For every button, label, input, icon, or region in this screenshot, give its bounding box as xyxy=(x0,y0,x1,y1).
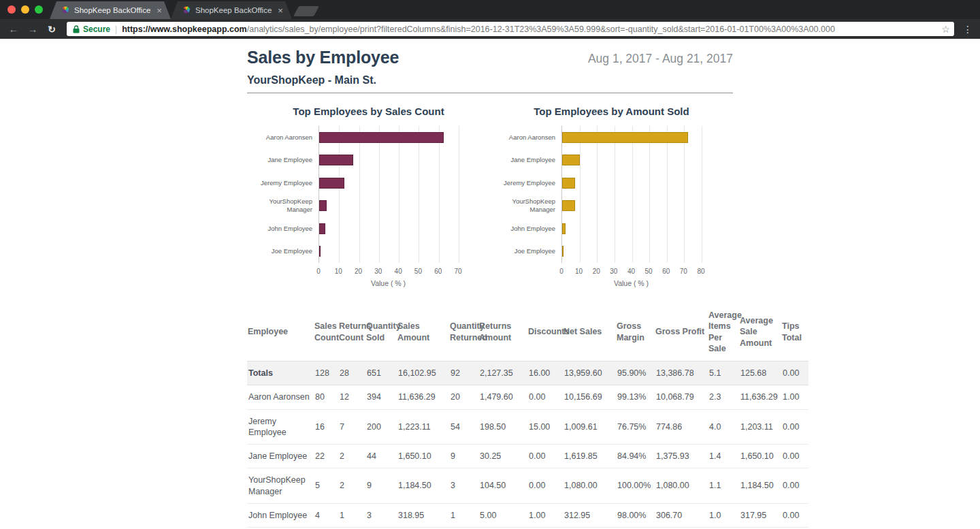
bar xyxy=(319,246,321,257)
table-cell: 22 xyxy=(314,445,338,468)
table-cell: 76.75% xyxy=(616,409,655,445)
table-cell: 100.00% xyxy=(616,468,655,504)
bar xyxy=(319,155,353,165)
table-cell: 1,650.10 xyxy=(739,445,781,468)
table-cell: 98.00% xyxy=(616,503,655,527)
table-cell: 125.68 xyxy=(739,362,781,385)
table-cell: 2 xyxy=(338,445,365,468)
table-cell: 13,959.60 xyxy=(563,362,616,385)
table-cell: 16.00 xyxy=(527,362,563,385)
report-page: Sales by Employee Aug 1, 2017 - Aug 21, … xyxy=(0,39,980,529)
table-cell: 1.00 xyxy=(781,385,808,409)
category-label: Jane Employee xyxy=(490,149,561,172)
table-cell: 12 xyxy=(338,385,365,409)
bookmark-star-icon[interactable]: ☆ xyxy=(941,24,950,35)
column-header: Average Sale Amount xyxy=(739,303,781,362)
table-cell: 1.4 xyxy=(708,445,739,468)
table-cell: 1.1 xyxy=(708,468,739,504)
column-header: Employee xyxy=(247,303,314,362)
bar xyxy=(319,200,327,211)
bar xyxy=(319,178,344,189)
x-tick-label: 60 xyxy=(662,268,670,275)
category-label: Jeremy Employee xyxy=(247,172,318,195)
category-label: YourShopKeep Manager xyxy=(247,195,318,218)
window-controls xyxy=(0,0,50,19)
table-cell: 30.25 xyxy=(478,445,527,468)
column-header: Quantity Returned xyxy=(449,303,478,362)
forward-icon[interactable]: → xyxy=(24,24,41,34)
table-cell: 80 xyxy=(314,385,338,409)
column-header: Gross Profit xyxy=(655,303,708,362)
x-tick-label: 40 xyxy=(627,268,635,275)
table-cell: 1,184.50 xyxy=(739,468,781,504)
table-cell: 4.0 xyxy=(708,409,739,445)
table-cell: 13,386.78 xyxy=(655,362,708,385)
category-label: John Employee xyxy=(247,217,318,240)
reload-icon[interactable]: ↻ xyxy=(44,25,60,34)
tab-shopkeep-backoffice-active[interactable]: ShopKeep BackOffice × xyxy=(50,1,171,19)
page-title: Sales by Employee xyxy=(247,48,399,67)
table-cell: John Employee xyxy=(247,503,314,527)
back-icon[interactable]: ← xyxy=(5,24,22,34)
table-cell: 4 xyxy=(314,503,338,527)
bar xyxy=(562,246,564,257)
table-cell: 16 xyxy=(314,409,338,445)
shopkeep-favicon xyxy=(182,5,191,15)
table-cell: 1,080.00 xyxy=(563,468,616,504)
column-header: Sales Count xyxy=(314,303,338,362)
minimize-window-button[interactable] xyxy=(21,5,29,14)
x-axis-title: Value ( % ) xyxy=(318,279,458,287)
close-window-button[interactable] xyxy=(7,5,16,14)
tab-title: ShopKeep BackOffice xyxy=(195,6,276,14)
header-divider xyxy=(247,93,733,93)
table-cell: 1,223.11 xyxy=(397,409,449,445)
table-cell: 1,080.00 xyxy=(655,468,708,504)
table-cell: 9 xyxy=(449,445,478,468)
browser-menu-icon[interactable]: ⋮ xyxy=(961,24,975,35)
bar xyxy=(562,178,575,189)
table-cell: 1.0 xyxy=(708,503,739,527)
tab-bar: ShopKeep BackOffice × ShopKeep BackOffic… xyxy=(0,0,980,19)
browser-toolbar: ← → ↻ Secure | https://www.shopkeepapp.c… xyxy=(0,19,980,39)
table-cell: 1,479.60 xyxy=(478,385,527,409)
column-header: Net Sales xyxy=(563,303,616,362)
table-cell: 3 xyxy=(449,468,478,504)
column-header: Tips Total xyxy=(781,303,808,362)
category-label: YourShopKeep Manager xyxy=(490,195,561,218)
zoom-window-button[interactable] xyxy=(35,5,43,14)
table-cell: Aaron Aaronsen xyxy=(247,385,314,409)
bar xyxy=(319,223,325,234)
tab-shopkeep-backoffice-inactive[interactable]: ShopKeep BackOffice × xyxy=(171,1,292,19)
table-cell: 10,156.69 xyxy=(563,385,616,409)
store-name: YourShopKeep - Main St. xyxy=(247,74,733,86)
x-tick-label: 50 xyxy=(645,268,653,275)
x-tick-label: 60 xyxy=(434,268,442,275)
table-cell: 1 xyxy=(338,503,365,527)
category-label: Aaron Aaronsen xyxy=(490,126,561,149)
column-header: Gross Margin xyxy=(616,303,655,362)
column-header: Sales Amount xyxy=(397,303,449,362)
x-tick-label: 80 xyxy=(697,268,704,275)
url-text: https://www.shopkeepapp.com/analytics/sa… xyxy=(122,25,937,34)
table-cell: 2,127.35 xyxy=(478,362,527,385)
new-tab-button[interactable] xyxy=(293,6,319,16)
table-body: Totals1282865116,102.95922,127.3516.0013… xyxy=(247,362,808,528)
table-cell: 1,203.11 xyxy=(739,409,781,445)
charts-row: Top Employees by Sales CountAaron Aarons… xyxy=(247,106,733,287)
chart-plot-area xyxy=(318,126,465,263)
tab-close-icon[interactable]: × xyxy=(276,5,285,16)
table-cell: Jane Employee xyxy=(247,445,314,468)
table-cell: 0.00 xyxy=(781,468,808,504)
address-bar[interactable]: Secure | https://www.shopkeepapp.com/ana… xyxy=(67,22,954,36)
table-cell: 306.70 xyxy=(655,503,708,527)
table-cell: 3 xyxy=(365,503,397,527)
table-cell: 0.00 xyxy=(527,385,563,409)
url-host: https://www.shopkeepapp.com xyxy=(122,25,247,34)
bar xyxy=(562,223,566,234)
table-cell: 2.3 xyxy=(708,385,739,409)
tab-close-icon[interactable]: × xyxy=(154,5,164,16)
header-row: EmployeeSales CountReturns CountQuantity… xyxy=(247,303,808,362)
x-tick-label: 50 xyxy=(414,268,422,275)
table-cell: 318.95 xyxy=(397,503,449,527)
table-cell: 99.13% xyxy=(616,385,655,409)
